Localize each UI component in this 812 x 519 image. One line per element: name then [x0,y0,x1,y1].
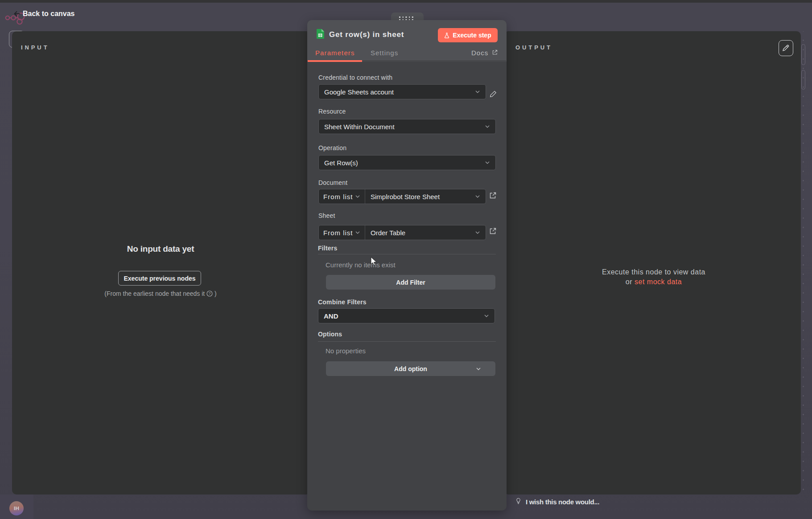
svg-text:?: ? [209,291,211,296]
